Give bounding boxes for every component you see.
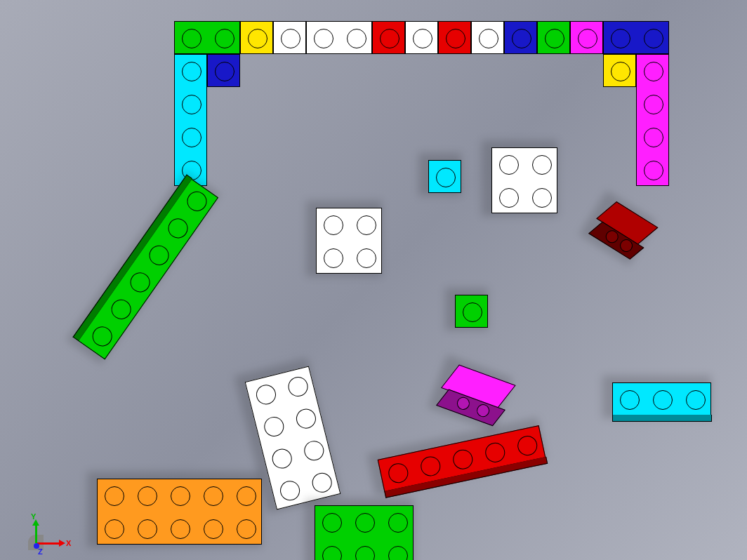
stud-icon [215,62,234,81]
stud-icon [357,248,376,268]
stud-icon [237,519,256,539]
stud-icon [515,434,538,457]
stud-icon [126,269,153,296]
stud-icon [88,323,115,350]
brick-row-yellow-1x1[interactable] [240,21,273,54]
stud-icon [262,415,286,439]
stud-icon [183,188,210,215]
stud-icon [512,29,531,48]
stud-icon [138,519,157,539]
brick-row-white-1x1b[interactable] [405,21,438,54]
stud-icon [310,470,333,494]
stud-icon [355,546,375,561]
stud-icon [686,390,706,410]
stud-icon [138,486,157,506]
brick-loose-green-1x6[interactable] [78,179,218,360]
stud-icon [182,29,201,48]
stud-icon [322,513,342,533]
stud-icon [164,215,191,242]
stud-icon [322,546,342,561]
stud-icon [644,62,663,81]
stud-icon [105,519,124,539]
stud-icon [171,519,190,539]
brick-loose-white-2x2b[interactable] [316,208,382,274]
brick-loose-green-1x1[interactable] [455,295,488,328]
stud-icon [215,29,234,48]
stud-icon [107,296,134,324]
x-axis-label: X [66,539,71,547]
brick-left-blue-1x1[interactable] [207,54,240,87]
brick-row-red-1x1b[interactable] [438,21,471,54]
brick-row-magenta-1x1[interactable] [570,21,603,54]
z-axis-label: Z [38,547,43,556]
stud-icon [436,168,456,187]
stud-icon [451,448,474,471]
stud-icon [302,439,326,462]
brick-loose-orange-2x5[interactable] [97,479,262,545]
stud-icon [578,29,597,48]
stud-icon [253,382,277,406]
stud-icon [204,519,223,539]
brick-row-blue-1x2[interactable] [603,21,669,54]
brick-right-magenta-1x4[interactable] [636,54,669,186]
stud-icon [386,461,409,484]
y-axis-label: Y [31,512,36,521]
stud-icon [380,29,399,48]
stud-icon [611,62,630,81]
stud-icon [388,513,408,533]
stud-icon [532,155,552,175]
stud-icon [347,29,366,48]
stud-icon [479,29,498,48]
brick-row-red-1x1a[interactable] [372,21,405,54]
stud-icon [248,29,267,48]
stud-icon [499,188,519,208]
stud-icon [145,242,172,269]
stud-icon [418,454,442,477]
brick-row-white-1x2[interactable] [306,21,372,54]
stud-icon [644,29,663,48]
stud-icon [293,406,317,430]
y-axis-icon [35,522,37,543]
stud-icon [105,486,124,506]
stud-icon [388,546,408,561]
brick-row-green-1x1[interactable] [537,21,570,54]
brick-loose-cyan-1x3[interactable] [612,382,711,415]
stud-icon [545,29,564,48]
stud-icon [182,128,201,147]
stud-icon [281,29,300,48]
stud-icon [463,302,482,322]
stud-icon [314,29,333,48]
stud-icon [286,375,310,399]
stud-icon [644,128,663,147]
brick-row-white-1x1c[interactable] [471,21,504,54]
stud-icon [532,188,552,208]
stud-icon [644,161,663,180]
stud-icon [413,29,432,48]
stud-icon [483,441,506,464]
stud-icon [653,390,673,410]
stud-icon [171,486,190,506]
stud-icon [182,95,201,114]
stud-icon [237,486,256,506]
brick-loose-white-2x2a[interactable] [491,147,557,213]
brick-edge [72,175,192,342]
brick-row-white-1x1a[interactable] [273,21,306,54]
brick-row-green-1x2[interactable] [174,21,240,54]
brick-edge [612,415,712,422]
brick-right-yellow-1x1[interactable] [603,54,636,87]
stud-icon [182,62,201,81]
stud-icon [355,513,375,533]
brick-loose-cyan-1x1[interactable] [428,160,461,193]
brick-loose-green-2x3[interactable] [315,505,414,560]
brick-left-cyan-1x4[interactable] [174,54,207,186]
stud-icon [446,29,465,48]
stud-icon [324,248,343,268]
axis-triad: X Y Z [28,508,77,550]
stud-icon [357,215,376,235]
brick-row-blue-1x1[interactable] [504,21,537,54]
cad-viewport[interactable] [0,0,747,560]
x-axis-icon [37,542,63,545]
stud-icon [620,390,640,410]
stud-icon [277,479,301,502]
stud-icon [270,446,293,470]
